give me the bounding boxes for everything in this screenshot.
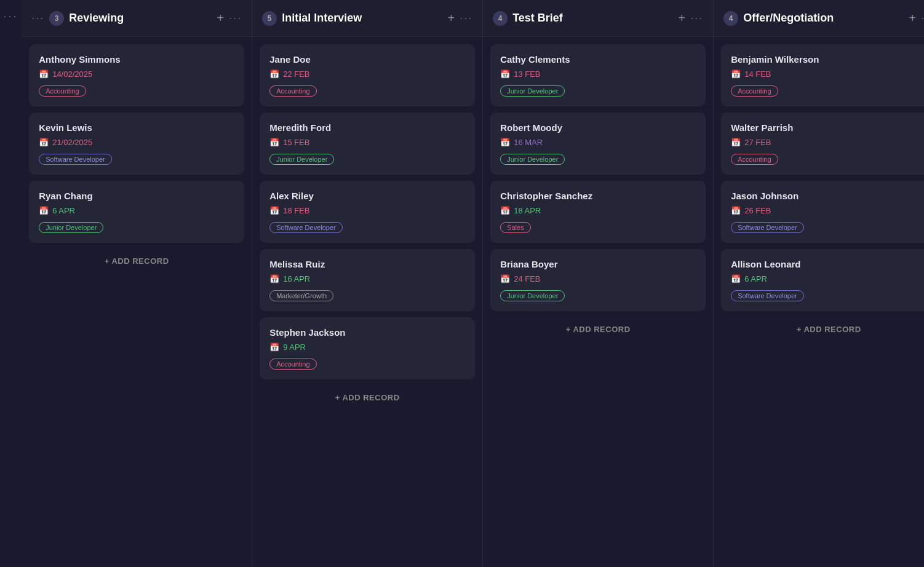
card-jason-johnson[interactable]: Jason Johnson📅26 FEBSoftware Developer [721, 181, 924, 243]
card-date-row: 📅24 FEB [500, 274, 696, 284]
card-meredith-ford[interactable]: Meredith Ford📅15 FEBJunior Developer [260, 113, 475, 175]
card-date-row: 📅14/02/2025 [39, 69, 234, 79]
card-date-row: 📅13 FEB [500, 69, 696, 79]
card-date-row: 📅18 FEB [269, 206, 465, 215]
column-test-brief: 4Test Brief+···Cathy Clements📅13 FEBJuni… [483, 0, 714, 567]
board-dots-menu[interactable]: ··· [31, 12, 44, 25]
card-date-text: 16 MAR [514, 138, 543, 147]
calendar-icon: 📅 [500, 206, 510, 215]
column-count-test-brief: 4 [493, 11, 508, 26]
card-date-text: 6 APR [52, 206, 75, 215]
card-name: Melissa Ruiz [269, 259, 465, 269]
card-date-text: 6 APR [744, 274, 767, 284]
card-ryan-chang[interactable]: Ryan Chang📅6 APRJunior Developer [29, 181, 244, 243]
add-record-button-reviewing[interactable]: + ADD RECORD [29, 249, 244, 273]
column-count-initial-interview: 5 [262, 11, 277, 26]
card-name: Stephen Jackson [269, 327, 465, 338]
card-robert-moody[interactable]: Robert Moody📅16 MARJunior Developer [490, 113, 706, 175]
card-name: Jane Doe [269, 54, 465, 65]
card-date-row: 📅27 FEB [731, 138, 924, 147]
calendar-icon: 📅 [500, 69, 510, 79]
calendar-icon: 📅 [39, 69, 49, 79]
column-count-offer-negotiation: 4 [723, 11, 738, 26]
column-body-test-brief: Cathy Clements📅13 FEBJunior DeveloperRob… [483, 37, 713, 567]
card-kevin-lewis[interactable]: Kevin Lewis📅21/02/2025Software Developer [29, 113, 244, 175]
add-record-button-initial-interview[interactable]: + ADD RECORD [260, 386, 475, 410]
column-header-test-brief: 4Test Brief+··· [483, 0, 713, 37]
card-name: Kevin Lewis [39, 122, 234, 133]
column-menu-reviewing[interactable]: ··· [229, 12, 242, 25]
card-cathy-clements[interactable]: Cathy Clements📅13 FEBJunior Developer [490, 44, 706, 106]
card-date-text: 16 APR [283, 274, 310, 284]
card-walter-parrish[interactable]: Walter Parrish📅27 FEBAccounting [721, 113, 924, 175]
card-date-text: 24 FEB [514, 274, 540, 284]
card-badge: Software Developer [269, 222, 343, 233]
add-record-button-test-brief[interactable]: + ADD RECORD [490, 317, 706, 341]
calendar-icon: 📅 [269, 343, 279, 352]
card-melissa-ruiz[interactable]: Melissa Ruiz📅16 APRMarketer/Growth [260, 249, 475, 311]
column-menu-offer-negotiation[interactable]: ··· [921, 12, 924, 25]
calendar-icon: 📅 [731, 206, 741, 215]
card-benjamin-wilkerson[interactable]: Benjamin Wilkerson📅14 FEBAccounting [721, 44, 924, 106]
calendar-icon: 📅 [731, 274, 741, 284]
card-christopher-sanchez[interactable]: Christopher Sanchez📅18 APRSales [490, 181, 706, 243]
card-date-text: 27 FEB [744, 138, 771, 147]
calendar-icon: 📅 [500, 274, 510, 284]
card-date-text: 13 FEB [514, 69, 540, 79]
add-record-button-offer-negotiation[interactable]: + ADD RECORD [721, 317, 924, 341]
card-badge: Software Developer [39, 154, 112, 165]
column-add-button-initial-interview[interactable]: + [447, 11, 455, 25]
card-badge: Junior Developer [269, 154, 334, 165]
column-add-button-reviewing[interactable]: + [217, 11, 224, 25]
calendar-icon: 📅 [269, 69, 279, 79]
sidebar-trigger[interactable]: ··· [0, 0, 22, 567]
calendar-icon: 📅 [39, 138, 49, 147]
card-name: Jason Johnson [731, 191, 924, 201]
card-name: Meredith Ford [269, 122, 465, 133]
card-name: Christopher Sanchez [500, 191, 696, 201]
column-header-initial-interview: 5Initial Interview+··· [252, 0, 482, 37]
card-date-row: 📅18 APR [500, 206, 696, 215]
card-name: Walter Parrish [731, 122, 924, 133]
card-name: Cathy Clements [500, 54, 696, 65]
card-stephen-jackson[interactable]: Stephen Jackson📅9 APRAccounting [260, 317, 475, 379]
calendar-icon: 📅 [500, 138, 510, 147]
card-date-row: 📅16 MAR [500, 138, 696, 147]
card-name: Anthony Simmons [39, 54, 234, 65]
column-header-offer-negotiation: 4Offer/Negotiation+··· [714, 0, 924, 37]
card-date-text: 22 FEB [283, 69, 309, 79]
column-body-reviewing: Anthony Simmons📅14/02/2025AccountingKevi… [22, 37, 252, 567]
card-name: Robert Moody [500, 122, 696, 133]
card-date-row: 📅6 APR [39, 206, 234, 215]
card-name: Briana Boyer [500, 259, 696, 269]
calendar-icon: 📅 [269, 274, 279, 284]
column-header-reviewing: ···3Reviewing+··· [22, 0, 252, 37]
column-add-button-test-brief[interactable]: + [678, 11, 685, 25]
calendar-icon: 📅 [731, 69, 741, 79]
card-date-row: 📅14 FEB [731, 69, 924, 79]
card-date-row: 📅15 FEB [269, 138, 465, 147]
card-jane-doe[interactable]: Jane Doe📅22 FEBAccounting [260, 44, 475, 106]
column-initial-interview: 5Initial Interview+···Jane Doe📅22 FEBAcc… [252, 0, 483, 567]
column-body-offer-negotiation: Benjamin Wilkerson📅14 FEBAccountingWalte… [714, 37, 924, 567]
sidebar-dots: ··· [4, 10, 18, 23]
column-title-test-brief: Test Brief [512, 12, 673, 25]
card-date-text: 15 FEB [283, 138, 309, 147]
card-badge: Junior Developer [500, 85, 565, 97]
card-badge: Accounting [731, 154, 778, 165]
card-allison-leonard[interactable]: Allison Leonard📅6 APRSoftware Developer [721, 249, 924, 311]
column-menu-test-brief[interactable]: ··· [690, 12, 703, 25]
column-title-initial-interview: Initial Interview [282, 12, 442, 25]
column-count-reviewing: 3 [49, 11, 64, 26]
column-add-button-offer-negotiation[interactable]: + [909, 11, 916, 25]
card-badge: Junior Developer [39, 222, 103, 233]
calendar-icon: 📅 [731, 138, 741, 147]
calendar-icon: 📅 [269, 206, 279, 215]
card-anthony-simmons[interactable]: Anthony Simmons📅14/02/2025Accounting [29, 44, 244, 106]
card-badge: Accounting [269, 85, 316, 97]
card-alex-riley[interactable]: Alex Riley📅18 FEBSoftware Developer [260, 181, 475, 243]
card-briana-boyer[interactable]: Briana Boyer📅24 FEBJunior Developer [490, 249, 706, 311]
column-menu-initial-interview[interactable]: ··· [460, 12, 472, 25]
card-date-row: 📅22 FEB [269, 69, 465, 79]
calendar-icon: 📅 [39, 206, 49, 215]
